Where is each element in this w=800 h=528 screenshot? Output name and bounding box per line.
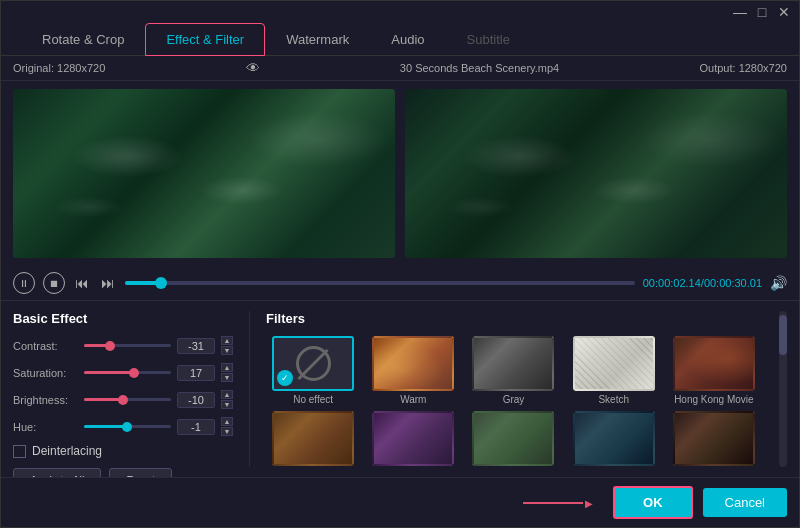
deinterlacing-row: Deinterlacing xyxy=(13,444,233,458)
saturation-thumb[interactable] xyxy=(129,368,139,378)
brightness-up[interactable]: ▲ xyxy=(221,390,233,399)
filter-thumb-row2b xyxy=(372,411,454,466)
cancel-button[interactable]: Cancel xyxy=(703,488,787,517)
brightness-thumb[interactable] xyxy=(118,395,128,405)
filter-warm[interactable]: Warm xyxy=(366,336,460,405)
filter-thumb-warm xyxy=(372,336,454,391)
output-resolution: Output: 1280x720 xyxy=(700,62,787,74)
original-resolution: Original: 1280x720 xyxy=(13,62,105,74)
bottom-action-bar: OK Cancel xyxy=(1,477,799,527)
saturation-up[interactable]: ▲ xyxy=(221,363,233,372)
stop-icon: ⏹ xyxy=(49,278,59,289)
filename-display: 30 Seconds Beach Scenery.mp4 xyxy=(400,62,559,74)
info-bar: Original: 1280x720 👁 30 Seconds Beach Sc… xyxy=(1,56,799,81)
filter-label-gray: Gray xyxy=(503,394,525,405)
bottom-panel: Basic Effect Contrast: -31 ▲ ▼ Satu xyxy=(1,301,799,477)
progress-bar[interactable] xyxy=(125,281,635,285)
hue-slider[interactable] xyxy=(84,419,171,435)
saturation-input[interactable]: 17 xyxy=(177,365,215,381)
contrast-thumb[interactable] xyxy=(105,341,115,351)
hue-row: Hue: -1 ▲ ▼ xyxy=(13,417,233,436)
saturation-down[interactable]: ▼ xyxy=(221,373,233,382)
basic-effect-section: Basic Effect Contrast: -31 ▲ ▼ Satu xyxy=(13,311,233,467)
basic-effect-title: Basic Effect xyxy=(13,311,233,326)
output-preview xyxy=(405,89,787,258)
brightness-label: Brightness: xyxy=(13,394,78,406)
filter-thumb-hk-movie xyxy=(673,336,755,391)
progress-thumb[interactable] xyxy=(155,277,167,289)
filter-no-effect[interactable]: ✓ No effect xyxy=(266,336,360,405)
title-bar: — □ ✕ xyxy=(1,1,799,23)
saturation-label: Saturation: xyxy=(13,367,78,379)
hue-up[interactable]: ▲ xyxy=(221,417,233,426)
output-video-frame xyxy=(405,89,787,258)
tab-effect-filter[interactable]: Effect & Filter xyxy=(145,23,265,56)
contrast-down[interactable]: ▼ xyxy=(221,346,233,355)
effect-action-buttons: Apply to All Reset xyxy=(13,468,233,477)
close-button[interactable]: ✕ xyxy=(777,5,791,19)
filter-thumb-row2e xyxy=(673,411,755,466)
filter-gray[interactable]: Gray xyxy=(466,336,560,405)
filter-row2c[interactable] xyxy=(466,411,560,467)
panel-divider xyxy=(249,311,250,467)
filter-thumb-row2c xyxy=(472,411,554,466)
filter-row2a[interactable] xyxy=(266,411,360,467)
minimize-button[interactable]: — xyxy=(733,5,747,19)
hue-thumb[interactable] xyxy=(122,422,132,432)
filter-hk-movie[interactable]: Hong Kong Movie xyxy=(667,336,761,405)
arrow-line xyxy=(523,502,583,504)
maximize-button[interactable]: □ xyxy=(755,5,769,19)
tab-bar: Rotate & Crop Effect & Filter Watermark … xyxy=(1,23,799,56)
volume-icon[interactable]: 🔊 xyxy=(770,275,787,291)
pause-button[interactable]: ⏸ xyxy=(13,272,35,294)
contrast-label: Contrast: xyxy=(13,340,78,352)
preview-area xyxy=(1,81,799,266)
contrast-slider[interactable] xyxy=(84,338,171,354)
filter-label-hk-movie: Hong Kong Movie xyxy=(674,394,754,405)
hue-label: Hue: xyxy=(13,421,78,433)
main-window: — □ ✕ Rotate & Crop Effect & Filter Wate… xyxy=(0,0,800,528)
filter-label-warm: Warm xyxy=(400,394,426,405)
hue-input[interactable]: -1 xyxy=(177,419,215,435)
filter-thumb-row2a xyxy=(272,411,354,466)
filter-selected-check: ✓ xyxy=(277,370,293,386)
tab-subtitle: Subtitle xyxy=(446,23,531,56)
hue-down[interactable]: ▼ xyxy=(221,427,233,436)
arrow-indicator xyxy=(13,502,603,504)
prev-frame-button[interactable]: ⏮ xyxy=(73,273,91,293)
pause-icon: ⏸ xyxy=(19,278,29,289)
filter-row2d[interactable] xyxy=(567,411,661,467)
filters-scrollbar[interactable] xyxy=(779,311,787,467)
apply-to-all-button[interactable]: Apply to All xyxy=(13,468,101,477)
filter-row2b[interactable] xyxy=(366,411,460,467)
brightness-input[interactable]: -10 xyxy=(177,392,215,408)
contrast-up[interactable]: ▲ xyxy=(221,336,233,345)
filter-label-sketch: Sketch xyxy=(598,394,629,405)
brightness-down[interactable]: ▼ xyxy=(221,400,233,409)
tab-rotate-crop[interactable]: Rotate & Crop xyxy=(21,23,145,56)
original-preview xyxy=(13,89,395,258)
ok-button[interactable]: OK xyxy=(613,486,693,519)
scrollbar-thumb[interactable] xyxy=(779,315,787,355)
filters-grid: ✓ No effect Warm Gray Sketch xyxy=(266,336,761,467)
stop-button[interactable]: ⏹ xyxy=(43,272,65,294)
saturation-row: Saturation: 17 ▲ ▼ xyxy=(13,363,233,382)
filter-row2e[interactable] xyxy=(667,411,761,467)
filters-section: Filters ✓ No effect Warm xyxy=(266,311,761,467)
filter-thumb-gray xyxy=(472,336,554,391)
reset-button[interactable]: Reset xyxy=(109,468,172,477)
deinterlacing-label: Deinterlacing xyxy=(32,444,102,458)
playback-bar: ⏸ ⏹ ⏮ ⏭ 00:00:02.14/00:00:30.01 🔊 xyxy=(1,266,799,301)
contrast-input[interactable]: -31 xyxy=(177,338,215,354)
eye-icon[interactable]: 👁 xyxy=(246,60,260,76)
filter-thumb-sketch xyxy=(573,336,655,391)
saturation-slider[interactable] xyxy=(84,365,171,381)
brightness-slider[interactable] xyxy=(84,392,171,408)
filters-title: Filters xyxy=(266,311,761,326)
next-frame-button[interactable]: ⏭ xyxy=(99,273,117,293)
filter-sketch[interactable]: Sketch xyxy=(567,336,661,405)
deinterlacing-checkbox[interactable] xyxy=(13,445,26,458)
filter-thumb-row2d xyxy=(573,411,655,466)
tab-audio[interactable]: Audio xyxy=(370,23,445,56)
tab-watermark[interactable]: Watermark xyxy=(265,23,370,56)
